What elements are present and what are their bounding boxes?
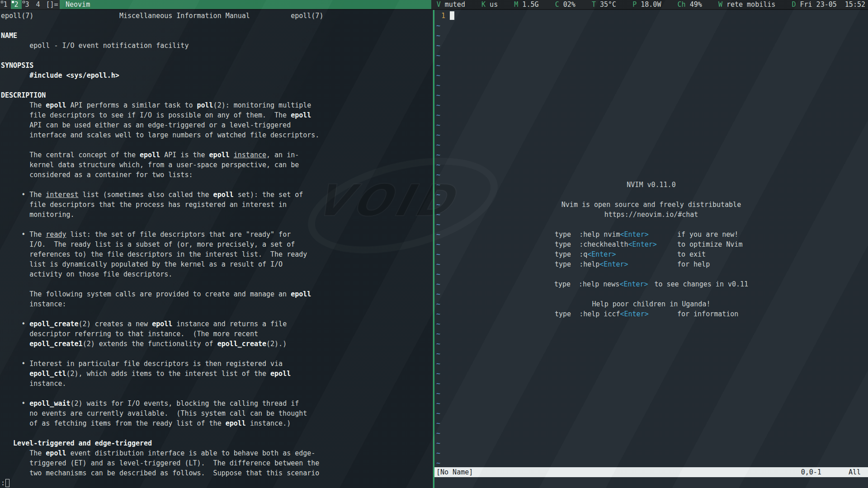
status-value: Fri 23-05 15:52 [796, 0, 865, 9]
statusline-cursor-position: 0,0-1 [801, 467, 821, 477]
nvim-intro-line: https://neovim.io/#chat [434, 210, 868, 220]
status-value: 1.5G [518, 0, 538, 9]
status-key: C [555, 0, 559, 9]
status-value: 35°C [596, 0, 616, 9]
workspace-tags: 1234 [0, 0, 43, 9]
status-key: M [514, 0, 518, 9]
status-key: T [592, 0, 596, 9]
nvim-intro-line: type :checkhealth<Enter> to optimize Nvi… [555, 239, 742, 249]
workspace-tag-2[interactable]: 2 [11, 0, 22, 9]
nvim-intro-line: NVIM v0.11.0 [434, 180, 868, 190]
bar-status: V muted K us M 1.5G C 02% T 35°C P 18.0W… [431, 0, 868, 9]
nvim-intro-line: Help poor children in Uganda! [434, 299, 868, 309]
nvim-cursor [450, 11, 454, 20]
tag-client-indicator [12, 1, 14, 3]
status-key: V [437, 0, 441, 9]
status-key: W [718, 0, 722, 9]
void-watermark: VOID [310, 175, 463, 226]
status-value: us [486, 0, 498, 9]
status-key: P [632, 0, 637, 9]
tag-label: 4 [36, 0, 40, 9]
pager-command-prompt[interactable]: : [1, 478, 9, 488]
window-title: Neovim [60, 0, 431, 9]
nvim-intro-line: type :help nvim<Enter> if you are new! [555, 230, 738, 239]
nvim-line-number: 1 [441, 11, 445, 21]
man-page-text: epoll(7) Miscellaneous Information Manua… [1, 11, 323, 478]
tag-label: 1 [3, 0, 7, 9]
tag-label: 3 [25, 0, 29, 9]
status-value: 49% [686, 0, 702, 9]
status-key: K [481, 0, 486, 9]
tag-client-indicator [23, 1, 25, 3]
status-value: 18.0W [637, 0, 661, 9]
nvim-intro-line: type :help news<Enter>ᅠto see changes in… [434, 279, 868, 289]
status-value: rete mobilis [722, 0, 775, 9]
workspace-tag-3[interactable]: 3 [22, 0, 33, 9]
tag-client-indicator [1, 1, 3, 3]
nvim-intro-line: type :help iccf<Enter> for information [555, 309, 738, 319]
layout-symbol[interactable]: []= [44, 0, 60, 9]
pager-prompt-colon: : [1, 479, 5, 487]
status-value: muted [441, 0, 465, 9]
statusline-scroll-position: All [849, 467, 868, 477]
neovim-pane[interactable]: ~ ~ ~ ~ ~ ~ ~ ~ ~ ~ ~ ~ ~ ~ ~ ~ ~ ~ ~ ~ … [434, 10, 868, 488]
statusline-filename: [No Name] [434, 467, 473, 477]
nvim-intro-line: type :help<Enter> for help [555, 259, 710, 269]
terminal-cursor [5, 479, 9, 487]
status-bar: 1234 []= Neovim V muted K us M 1.5G C 02… [0, 0, 868, 10]
nvim-statusline: [No Name] 0,0-1 All [434, 467, 868, 477]
workspace-tag-1[interactable]: 1 [0, 0, 11, 9]
focused-window-border[interactable] [433, 10, 434, 488]
nvim-intro-line: Nvim is open source and freely distribut… [434, 200, 868, 210]
status-value: 02% [559, 0, 576, 9]
workspace-tag-4[interactable]: 4 [33, 0, 43, 9]
nvim-tilde-column: ~ ~ ~ ~ ~ ~ ~ ~ ~ ~ ~ ~ ~ ~ ~ ~ ~ ~ ~ ~ … [436, 21, 440, 468]
status-key: Ch [678, 0, 686, 9]
tag-label: 2 [14, 0, 18, 9]
nvim-intro-line: type :q<Enter> to exit [555, 249, 706, 259]
